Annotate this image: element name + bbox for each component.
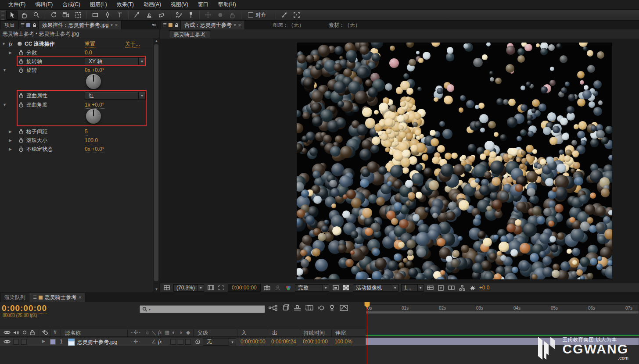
layer-label-swatch[interactable]	[50, 339, 56, 345]
eye-icon[interactable]	[4, 330, 11, 335]
timeline-search-input[interactable]: ▾	[140, 305, 265, 313]
draft-3d-icon[interactable]	[282, 304, 289, 311]
panel-menu-button[interactable]: ▾≡	[148, 21, 159, 29]
property-row-grid-spacing[interactable]: ▶ 格子间距 5	[0, 127, 153, 136]
layer-switch-box[interactable]	[170, 339, 176, 345]
safe-margins-icon[interactable]	[207, 284, 215, 291]
expander-icon[interactable]: ▶	[9, 136, 14, 145]
tab-composition[interactable]: 合成：恶灵骑士参考 ▾ ×	[181, 21, 245, 29]
property-row-twist-property[interactable]: 歪曲属性 红 ▾	[0, 91, 153, 100]
pan-behind-tool-icon[interactable]	[72, 11, 84, 20]
layer-in-value[interactable]: 0:00:00:00	[241, 339, 266, 345]
solo-toggle-box[interactable]	[21, 339, 27, 345]
audio-toggle-box[interactable]	[13, 339, 19, 345]
twist-angle-dial[interactable]	[86, 109, 101, 124]
column-in[interactable]: 入	[241, 329, 247, 337]
menu-window[interactable]: 窗口	[193, 0, 213, 9]
motion-blur-icon[interactable]	[318, 305, 324, 311]
grid-options-icon[interactable]	[163, 284, 171, 291]
effect-enabled-icon[interactable]	[18, 42, 22, 46]
transparency-grid-icon[interactable]	[342, 284, 350, 291]
tab-render-queue[interactable]: 渲染队列	[1, 293, 29, 302]
layer-fx-icon[interactable]: fx	[158, 339, 162, 345]
effect-reset-link[interactable]: 重置	[85, 40, 95, 48]
dropdown-arrow-icon[interactable]: ▾	[138, 58, 145, 65]
viewer-timecode[interactable]: 0:00:00:00	[228, 284, 261, 292]
effect-panel-scrollbar[interactable]: ▲ ▼	[153, 38, 159, 292]
tab-dropdown-icon[interactable]: ▾	[111, 21, 113, 29]
clone-stamp-tool-icon[interactable]	[144, 11, 155, 20]
parent-pickwhip-icon[interactable]	[195, 339, 201, 345]
timeline-timecode[interactable]: 0:00:00:00	[2, 303, 47, 314]
column-source-name[interactable]: 源名称	[65, 329, 81, 337]
channel-flower-icon[interactable]	[284, 284, 292, 291]
expander-icon[interactable]: ▼	[3, 100, 8, 109]
column-stretch[interactable]: 伸缩	[335, 329, 346, 337]
selection-tool-icon[interactable]	[6, 11, 18, 20]
playhead-line[interactable]	[367, 302, 367, 364]
hide-shy-icon[interactable]	[294, 305, 301, 310]
property-value[interactable]: 0x +0.0°	[85, 146, 104, 153]
expander-icon[interactable]: ▼	[3, 66, 8, 75]
column-out[interactable]: 出	[272, 329, 277, 337]
expander-icon[interactable]: ▶	[9, 145, 14, 153]
region-of-interest-icon[interactable]	[217, 284, 225, 291]
stopwatch-icon[interactable]	[18, 93, 24, 99]
property-row-rotation-axis[interactable]: 旋转轴 XY 轴 ▾	[0, 57, 153, 66]
dropdown-arrow-icon[interactable]: ▾	[392, 285, 398, 291]
mini-flowchart-icon[interactable]	[269, 305, 277, 311]
exposure-value[interactable]: +0.0	[479, 285, 490, 291]
resize-arrows-icon[interactable]	[279, 11, 290, 20]
layer-out-value[interactable]: 0:00:09:24	[271, 339, 296, 345]
scrollbar-thumb[interactable]	[154, 44, 158, 281]
layer-name[interactable]: 恶灵骑士参考.jpg	[77, 339, 117, 346]
menu-view[interactable]: 视图(V)	[166, 0, 193, 9]
lock-icon[interactable]	[30, 330, 35, 335]
tab-close-icon[interactable]: ×	[238, 21, 241, 29]
camera-tool-icon[interactable]	[60, 11, 72, 20]
tab-timeline-comp[interactable]: ☰ 恶灵骑士参考 ×	[29, 293, 85, 302]
dropdown-arrow-icon[interactable]: ▾	[138, 92, 145, 99]
comp-subtab[interactable]: 恶灵骑士参考	[169, 30, 210, 38]
label-icon[interactable]	[42, 330, 48, 335]
tab-footage[interactable]: 素材：（无）	[325, 21, 364, 29]
layer-expander-icon[interactable]: ▶	[42, 339, 45, 343]
layer-switch-box[interactable]	[178, 339, 183, 345]
property-value[interactable]: 0x +0.0°	[85, 67, 104, 74]
property-row-rotation[interactable]: ▼ 旋转 0x +0.0°	[0, 66, 153, 75]
search-dropdown-icon[interactable]: ▾	[149, 307, 151, 311]
scroll-up-icon[interactable]: ▲	[154, 39, 159, 43]
tab-project[interactable]: 项目	[1, 21, 19, 29]
brush-tool-icon[interactable]	[131, 11, 143, 20]
rotation-dial[interactable]	[86, 74, 101, 89]
exposure-icon[interactable]	[469, 284, 477, 291]
column-index[interactable]: #	[54, 329, 57, 335]
graph-editor-icon[interactable]	[340, 305, 348, 311]
frame-blend-icon[interactable]	[305, 305, 313, 311]
resolution-dropdown[interactable]: 完整 ▾	[295, 284, 329, 292]
parent-dropdown[interactable]: 无 ▾	[203, 338, 236, 346]
stopwatch-icon[interactable]	[18, 138, 24, 143]
tab-layer[interactable]: 图层：（无）	[269, 21, 308, 29]
stopwatch-icon[interactable]	[18, 68, 24, 73]
menu-effect[interactable]: 效果(T)	[112, 0, 139, 9]
text-tool-icon[interactable]	[114, 11, 126, 20]
zoom-tool-icon[interactable]	[31, 11, 42, 20]
property-value[interactable]: 1x +0.0°	[85, 101, 104, 109]
tab-close-icon[interactable]: ×	[115, 21, 118, 29]
stopwatch-icon[interactable]	[18, 146, 24, 152]
column-parent[interactable]: 父级	[197, 329, 208, 337]
work-area-bar[interactable]	[366, 311, 639, 314]
menu-help[interactable]: 帮助(H)	[213, 0, 241, 9]
layer-visibility-icon[interactable]	[4, 339, 11, 344]
property-value[interactable]: 100.0	[85, 137, 98, 144]
rotation-axis-dropdown[interactable]: XY 轴 ▾	[85, 57, 146, 65]
effect-expander-icon[interactable]: ▼	[2, 39, 7, 48]
audio-icon[interactable]	[13, 330, 19, 335]
property-value[interactable]: 0.0	[85, 49, 92, 57]
property-value[interactable]: 5	[85, 128, 88, 136]
solo-icon[interactable]	[22, 330, 27, 335]
flowchart-icon[interactable]	[458, 284, 466, 291]
tab-dropdown-icon[interactable]: ▾	[234, 21, 236, 29]
roto-brush-tool-icon[interactable]	[173, 11, 184, 20]
